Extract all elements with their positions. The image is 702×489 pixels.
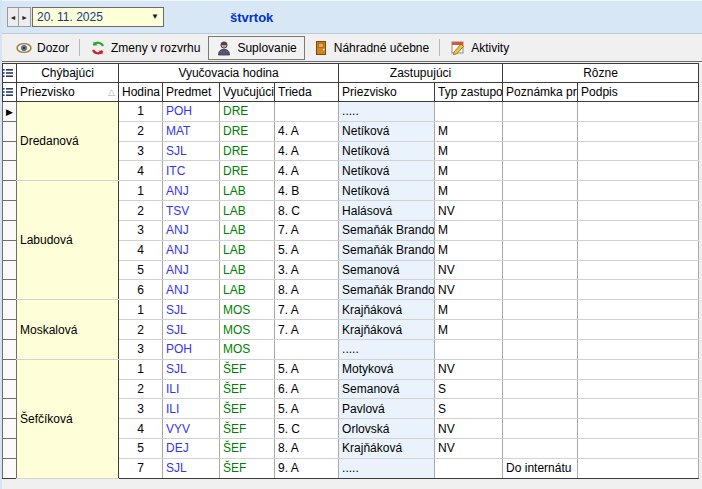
teacher-abbr-cell[interactable]: LAB <box>220 240 275 260</box>
lesson-number-cell[interactable]: 1 <box>119 181 163 201</box>
teacher-abbr-cell[interactable]: LAB <box>220 201 275 221</box>
teacher-abbr-cell[interactable]: MOS <box>220 300 275 320</box>
substitution-type-cell[interactable]: S <box>435 399 503 419</box>
lesson-number-cell[interactable]: 1 <box>119 102 163 122</box>
lesson-number-cell[interactable]: 5 <box>119 260 163 280</box>
subject-cell[interactable]: TSV <box>163 201 220 221</box>
substitute-cell[interactable]: Netíková <box>339 141 435 161</box>
tab-nahradne-ucebne[interactable]: Náhradné učebne <box>305 36 437 60</box>
teacher-abbr-cell[interactable]: ŠEF <box>220 439 275 459</box>
teacher-abbr-cell[interactable]: ŠEF <box>220 379 275 399</box>
note-cell[interactable] <box>503 161 578 181</box>
lesson-number-cell[interactable]: 6 <box>119 280 163 300</box>
row-indicator[interactable] <box>3 439 17 459</box>
absent-teacher-cell[interactable]: Labudová <box>17 181 119 300</box>
substitute-cell[interactable]: ..... <box>339 339 435 359</box>
substitution-type-cell[interactable]: NV <box>435 201 503 221</box>
substitution-type-cell[interactable]: NV <box>435 439 503 459</box>
substitute-cell[interactable]: ..... <box>339 458 435 478</box>
absent-teacher-cell[interactable]: Dredanová <box>17 102 119 181</box>
class-cell[interactable] <box>275 339 339 359</box>
row-indicator[interactable] <box>3 240 17 260</box>
lesson-number-cell[interactable]: 2 <box>119 121 163 141</box>
lesson-number-cell[interactable]: 2 <box>119 320 163 340</box>
signature-cell[interactable] <box>578 141 699 161</box>
teacher-abbr-cell[interactable]: DRE <box>220 141 275 161</box>
current-row-indicator[interactable]: ▶ <box>3 102 17 122</box>
signature-cell[interactable] <box>578 458 699 478</box>
class-cell[interactable]: 5. C <box>275 419 339 439</box>
subject-cell[interactable]: ANJ <box>163 220 220 240</box>
row-indicator[interactable] <box>3 201 17 221</box>
substitute-cell[interactable]: Orlovská <box>339 419 435 439</box>
substitute-cell[interactable]: Krajňáková <box>339 300 435 320</box>
absent-teacher-cell[interactable]: Šefčíková <box>17 359 119 478</box>
substitution-type-cell[interactable]: M <box>435 300 503 320</box>
signature-cell[interactable] <box>578 280 699 300</box>
column-chooser-button[interactable] <box>3 83 17 102</box>
lesson-number-cell[interactable]: 1 <box>119 359 163 379</box>
teacher-abbr-cell[interactable]: ŠEF <box>220 399 275 419</box>
substitute-cell[interactable]: Krajňáková <box>339 439 435 459</box>
lesson-number-cell[interactable]: 4 <box>119 419 163 439</box>
subject-cell[interactable]: ANJ <box>163 280 220 300</box>
subject-cell[interactable]: SJL <box>163 300 220 320</box>
class-cell[interactable]: 7. A <box>275 320 339 340</box>
substitute-cell[interactable]: Semanová <box>339 379 435 399</box>
signature-cell[interactable] <box>578 359 699 379</box>
substitute-cell[interactable]: Semaňák Brando <box>339 220 435 240</box>
substitution-type-cell[interactable]: NV <box>435 280 503 300</box>
note-cell[interactable] <box>503 359 578 379</box>
teacher-abbr-cell[interactable]: LAB <box>220 260 275 280</box>
lesson-number-cell[interactable]: 2 <box>119 379 163 399</box>
signature-cell[interactable] <box>578 102 699 122</box>
class-cell[interactable]: 4. A <box>275 161 339 181</box>
teacher-abbr-cell[interactable]: DRE <box>220 161 275 181</box>
row-indicator[interactable] <box>3 121 17 141</box>
note-cell[interactable] <box>503 240 578 260</box>
row-indicator[interactable] <box>3 220 17 240</box>
substitution-type-cell[interactable]: M <box>435 240 503 260</box>
subject-cell[interactable]: SJL <box>163 359 220 379</box>
signature-cell[interactable] <box>578 260 699 280</box>
row-indicator[interactable] <box>3 260 17 280</box>
signature-cell[interactable] <box>578 399 699 419</box>
absent-teacher-cell[interactable]: Moskalová <box>17 300 119 359</box>
substitute-cell[interactable]: Semaňák Brando <box>339 280 435 300</box>
subject-cell[interactable]: POH <box>163 339 220 359</box>
class-cell[interactable]: 4. B <box>275 181 339 201</box>
note-cell[interactable] <box>503 280 578 300</box>
teacher-abbr-cell[interactable]: ŠEF <box>220 458 275 478</box>
signature-cell[interactable] <box>578 379 699 399</box>
note-cell[interactable] <box>503 201 578 221</box>
signature-cell[interactable] <box>578 240 699 260</box>
note-cell[interactable] <box>503 220 578 240</box>
note-cell[interactable] <box>503 141 578 161</box>
class-cell[interactable]: 7. A <box>275 220 339 240</box>
signature-cell[interactable] <box>578 339 699 359</box>
row-indicator[interactable] <box>3 419 17 439</box>
column-header-typ-zastupovania[interactable]: Typ zastupov <box>435 83 503 102</box>
signature-cell[interactable] <box>578 201 699 221</box>
row-indicator[interactable] <box>3 161 17 181</box>
row-indicator[interactable] <box>3 320 17 340</box>
lesson-number-cell[interactable]: 4 <box>119 240 163 260</box>
subject-cell[interactable]: DEJ <box>163 439 220 459</box>
subject-cell[interactable]: ANJ <box>163 181 220 201</box>
teacher-abbr-cell[interactable]: ŠEF <box>220 419 275 439</box>
column-header-vyucujuci[interactable]: Vyučujúci <box>220 83 275 102</box>
class-cell[interactable]: 7. A <box>275 300 339 320</box>
substitution-type-cell[interactable]: NV <box>435 359 503 379</box>
subject-cell[interactable]: ILI <box>163 379 220 399</box>
tab-suplovanie[interactable]: Suplovanie <box>208 36 304 60</box>
tab-dozor[interactable]: Dozor <box>8 36 77 60</box>
subject-cell[interactable]: VYV <box>163 419 220 439</box>
substitute-cell[interactable]: Krajňáková <box>339 320 435 340</box>
subject-cell[interactable]: SJL <box>163 458 220 478</box>
column-chooser-button[interactable] <box>3 64 17 83</box>
note-cell[interactable] <box>503 102 578 122</box>
substitution-type-cell[interactable]: M <box>435 220 503 240</box>
teacher-abbr-cell[interactable]: ŠEF <box>220 359 275 379</box>
substitution-type-cell[interactable]: S <box>435 379 503 399</box>
teacher-abbr-cell[interactable]: LAB <box>220 220 275 240</box>
